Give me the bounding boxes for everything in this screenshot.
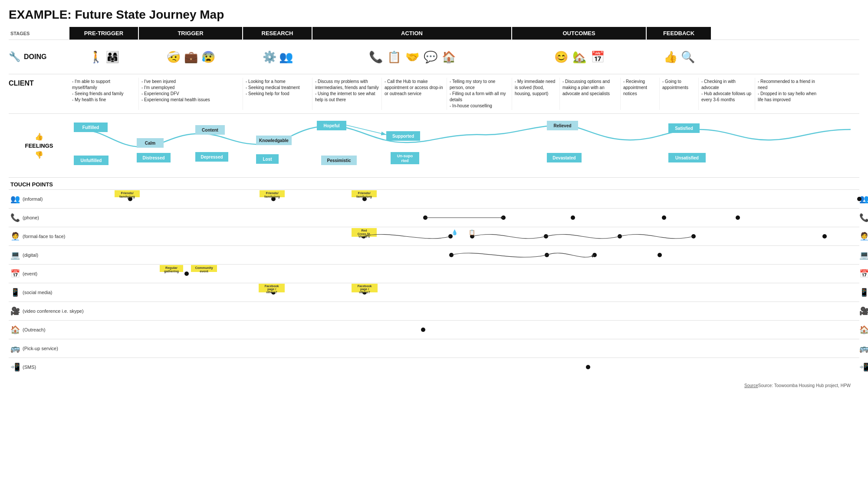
tp-label-phone: 📞 (phone) [9,211,95,224]
client-research: - Looking for a home - Seeking medical t… [243,78,312,110]
tp-formal-svg: Red Cross,St. Vinnie's 💧 📋 [95,227,859,245]
svg-point-91 [586,365,590,369]
svg-text:Satisfied: Satisfied [675,126,693,131]
svg-text:📋: 📋 [469,229,475,235]
tp-content-pickup [95,339,859,358]
tp-right-formal: 🧑‍💼 [859,232,868,241]
svg-text:💧: 💧 [451,229,458,235]
tp-video-svg [95,302,859,320]
tp-label-sms: 📲 (SMS) [9,361,95,374]
svg-text:Depressed: Depressed [201,155,223,159]
svg-point-51 [662,215,666,220]
tp-row-video: 🎥 (video conference i.e. skype) 🎥 [9,301,859,320]
svg-text:Red: Red [361,229,367,232]
stage-feedback: FEEDBACK [647,27,712,40]
svg-text:Distressed: Distressed [142,156,164,160]
svg-text:event: event [200,269,208,273]
tp-content-social: Facebook page / others? Facebook page / … [95,283,859,301]
client-action2: - Call the Hub to make appointment or ac… [382,78,447,110]
tp-right-pickup: 🚌 [859,344,868,353]
svg-text:Knowledgable: Knowledgable [259,138,289,143]
svg-text:Pessimistic: Pessimistic [327,158,351,163]
tp-label-pickup: 🚌 (Pick-up service) [9,342,95,355]
tp-informal-svg: Friends/ family/org Friends/ family/org … [95,190,859,208]
tp-right-outreach: 🏠 [859,325,868,335]
tp-label-formal: 🧑‍💼 (formal-face to face) [9,230,95,243]
event-icon: 📅 [10,269,20,278]
pickup-icon: 🚌 [10,344,20,353]
client-pretrigger: - I'm able to support myself/family - Se… [69,78,139,110]
thumb-up-icon: 👍 [35,133,43,141]
tp-event-svg: Regular gathering Community event [95,265,859,283]
tp-outreach-svg [95,321,859,339]
client-trigger: - I've been injured - I'm unemployed - E… [139,78,243,110]
tp-pickup-svg [95,339,859,358]
stage-research: RESEARCH [243,27,312,40]
doing-row: 🔧 DOING 🚶 👨‍👩‍👧 🤕 💼 😰 ⚙️ 👥 📞 [9,40,859,74]
tp-content-event: Regular gathering Community event [95,265,859,283]
tp-label-informal: 👥 (informal) [9,192,95,205]
svg-point-71 [658,253,662,257]
client-feedback: - Recommended to a friend in need - Drop… [755,78,820,110]
tp-right-social: 📱 [859,288,868,297]
svg-text:others?: others? [266,291,277,294]
feelings-label: 👍 FEELINGS 👎 [9,133,69,159]
page-title: EXAMPLE: Future State Journey Map [9,8,859,22]
digital-icon: 💻 [10,250,20,260]
thumb-down-icon: 👎 [35,151,43,159]
stages-row: STAGES PRE-TRIGGER TRIGGER RESEARCH ACTI… [9,27,859,40]
tp-label-event: 📅 (event) [9,267,95,280]
feelings-chart: Fulfilled Calm Content Knowledgable Hope… [69,117,859,174]
svg-text:family/org: family/org [119,195,135,199]
svg-point-90 [421,328,425,332]
client-outcomes3: - Checking in with advocate - Hub advoca… [699,78,755,110]
tp-content-outreach [95,321,859,339]
svg-text:Unfulfilled: Unfulfilled [81,158,102,163]
svg-text:Unsatisfied: Unsatisfied [675,156,699,160]
svg-text:Relieved: Relieved [553,123,571,128]
feelings-section: 👍 FEELINGS 👎 Fulfilled Calm Content Kn [9,114,859,178]
tp-digital-svg [95,246,859,264]
svg-text:Devastated: Devastated [552,156,575,160]
stage-outcomes: OUTCOMES [512,27,647,40]
svg-text:Un-supo: Un-supo [397,154,413,158]
svg-text:Lost: Lost [263,157,272,162]
client-action4: - My immediate need is solved (food, hou… [512,78,560,110]
svg-point-52 [736,215,740,220]
client-action3: - Telling my story to one person, once -… [447,78,512,110]
tp-row-social: 📱 (social media) Facebook page / others?… [9,283,859,301]
social-icon: 📱 [10,288,20,297]
svg-text:rted: rted [401,159,408,163]
svg-text:Facebook: Facebook [265,285,279,288]
svg-point-73 [184,272,189,276]
tp-row-phone: 📞 (phone) 📞 [9,208,859,227]
client-text-cells: - I'm able to support myself/family - Se… [69,78,859,110]
tp-row-event: 📅 (event) Regular gathering Community ev… [9,264,859,283]
tp-label-digital: 💻 (digital) [9,248,95,262]
touchpoints-section: TOUCH POINTS 👥 (informal) Friends/ famil… [9,178,859,380]
client-row: CLIENT - I'm able to support myself/fami… [9,74,859,114]
tp-row-formal: 🧑‍💼 (formal-face to face) Red Cross,St. [9,227,859,245]
tp-label-social: 📱 (social media) [9,286,95,299]
tp-content-formal: Red Cross,St. Vinnie's 💧 📋 [95,227,859,245]
svg-text:gathering: gathering [164,269,179,273]
tp-phone-svg [95,209,859,227]
client-outcomes1: - Recieving appointment notices [621,78,660,110]
stage-pretrigger: PRE-TRIGGER [69,27,139,40]
svg-text:Hopeful: Hopeful [323,123,339,128]
tp-right-sms: 📲 [859,362,868,372]
tp-label-outreach: 🏠 (Outreach) [9,323,95,336]
tp-content-sms [95,358,859,376]
source-note: SourceSource: Toowoomba Housing Hub proj… [9,380,859,390]
tp-social-svg: Facebook page / others? Facebook page / … [95,283,859,301]
stage-trigger: TRIGGER [139,27,243,40]
client-outcomes2: - Going to appointments [660,78,699,110]
svg-text:Facebook: Facebook [358,285,372,288]
svg-text:Content: Content [202,128,218,133]
client-label: CLIENT [9,78,69,87]
video-icon: 🎥 [10,306,20,316]
tp-sms-svg [95,358,859,376]
tp-row-digital: 💻 (digital) 💻 [9,245,859,264]
svg-point-38 [857,197,861,201]
tp-right-event: 📅 [859,269,868,278]
